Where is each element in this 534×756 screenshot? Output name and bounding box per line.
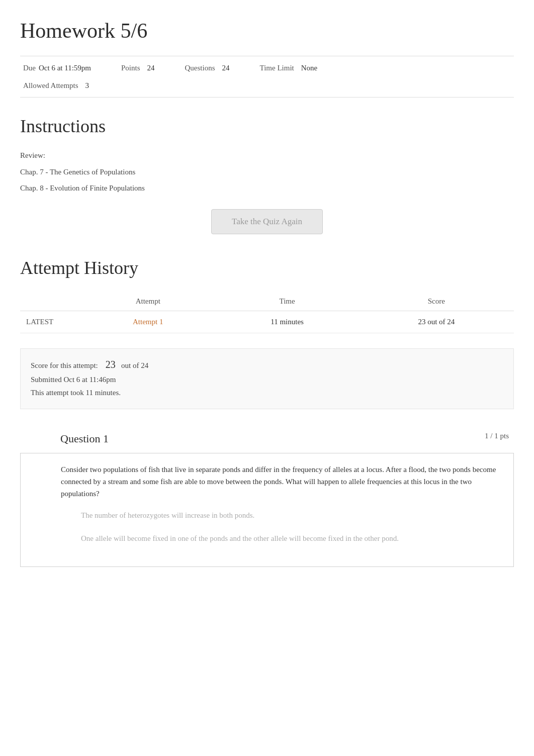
meta-points: Points 24 [121, 62, 155, 74]
took-row: This attempt took 11 minutes. [31, 387, 503, 399]
meta-bar: Due Oct 6 at 11:59pm Points 24 Questions… [20, 56, 514, 98]
meta-due: Due Oct 6 at 11:59pm [23, 62, 91, 74]
attempt-summary: Score for this attempt: 23 out of 24 Sub… [20, 348, 514, 409]
meta-time-limit: Time Limit None [260, 62, 318, 74]
score-out-of: out of 24 [121, 361, 148, 369]
question-1-title: Question 1 [20, 430, 109, 447]
page-title: Homework 5/6 [20, 15, 514, 47]
answer-option-1: The number of heterozygotes will increas… [61, 510, 498, 521]
attempt-table: Attempt Time Score LATEST Attempt 1 11 m… [20, 292, 514, 333]
review-label: Review: [20, 150, 514, 161]
question-1-points: 1 / 1 pts [485, 430, 514, 442]
latest-badge: LATEST [20, 311, 80, 333]
meta-allowed-attempts: Allowed Attempts 3 [23, 80, 89, 91]
chapter2: Chap. 8 - Evolution of Finite Population… [20, 182, 514, 194]
chapter1: Chap. 7 - The Genetics of Populations [20, 166, 514, 178]
question-1-header: Question 1 1 / 1 pts [20, 424, 514, 453]
attempt-history-title: Attempt History [20, 254, 514, 281]
instructions-section: Instructions Review: Chap. 7 - The Genet… [20, 113, 514, 194]
take-quiz-again-button[interactable]: Take the Quiz Again [211, 209, 323, 234]
col-header-time: Time [215, 292, 359, 311]
attempt-score: 23 out of 24 [359, 311, 514, 333]
meta-questions: Questions 24 [185, 62, 230, 74]
col-header-score: Score [359, 292, 514, 311]
instructions-title: Instructions [20, 113, 514, 140]
answer-option-2: One allele will become fixed in one of t… [61, 533, 498, 544]
score-row: Score for this attempt: 23 out of 24 [31, 357, 503, 372]
quiz-button-wrapper: Take the Quiz Again [20, 209, 514, 234]
score-number: 23 [106, 359, 116, 370]
question-1-section: Question 1 1 / 1 pts Consider two popula… [20, 424, 514, 567]
attempt-history-section: Attempt History Attempt Time Score LATES… [20, 254, 514, 333]
attempt-link-cell: Attempt 1 [80, 311, 215, 333]
attempt-1-link[interactable]: Attempt 1 [133, 318, 163, 326]
score-for-label: Score for this attempt: [31, 361, 98, 369]
question-1-body: Consider two populations of fish that li… [20, 453, 514, 567]
col-header-attempt: Attempt [80, 292, 215, 311]
attempt-time: 11 minutes [215, 311, 359, 333]
submitted-row: Submitted Oct 6 at 11:46pm [31, 374, 503, 386]
table-row: LATEST Attempt 1 11 minutes 23 out of 24 [20, 311, 514, 333]
question-1-text: Consider two populations of fish that li… [61, 463, 498, 500]
